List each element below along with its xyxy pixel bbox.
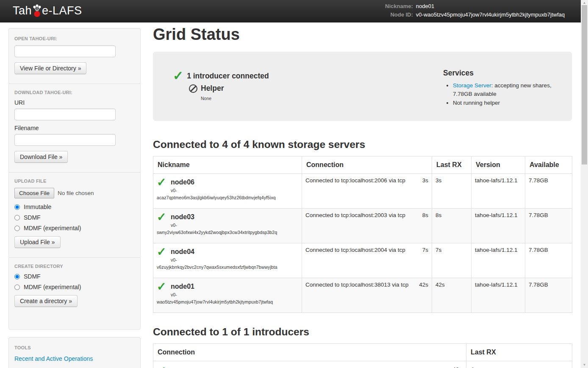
connection-time: 42s [452,366,462,368]
server-nickname: node04 [171,248,194,256]
connection-text: Connected to tcp:localhost:2004 via tcp [305,247,405,253]
format-radio-option[interactable]: SDMF [14,273,135,280]
helper-value: None [201,96,269,101]
sidebar-divider [9,172,140,173]
upload-file-label: UPLOAD FILE [14,178,135,184]
format-radio-option[interactable]: SDMF [14,214,135,221]
col-connection: Connection [302,156,432,174]
introducer-status-text: 1 introducer connected [187,72,269,81]
format-radio-option[interactable]: MDMF (experimental) [14,225,135,231]
server-nodeid: v6zuyjkbrrkqy2bvc2cny7qwax5sxumedsxfzfjw… [157,264,298,270]
server-nodeid: acaz7qptmeo6m3asjlgkb6iwlyuqey53hz26tbdm… [157,195,298,201]
view-file-button[interactable]: View File or Directory » [14,62,86,74]
format-radio-option[interactable]: MDMF (experimental) [14,284,135,290]
format-radio-label: MDMF (experimental) [24,225,81,231]
format-radio-label: SDMF [24,273,41,280]
table-row: ✓ Connected to tcp:localhost:39165 via t… [153,361,572,368]
helper-status-row: Helper [189,84,269,93]
open-uri-input[interactable] [14,45,116,57]
tools-label: TOOLS [14,345,135,350]
server-connected-check-icon: ✓ [157,177,171,187]
nickname-cell: ✓ node06 v0- acaz7qptmeo6m3asjlgkb6iwlyu… [153,174,302,209]
server-nodeid-prefix: v0- [171,187,298,193]
col-available: Available [525,156,572,174]
service-item: Storage Server: accepting new shares, 7.… [453,81,570,98]
format-radio-input[interactable] [14,204,20,210]
format-radio-input[interactable] [14,274,20,279]
grid-status-summary: ✓ 1 introducer connected Helper None Ser… [153,52,572,121]
page-scrollbar[interactable]: ▲ ▼ [581,0,588,368]
sidebar-tools-panel: TOOLS Recent and Active Operations [8,337,141,368]
server-nodeid-prefix: v0- [171,292,298,298]
last-rx-cell: 4s [466,361,572,368]
top-navbar: Tah e-LAFS Nickname: node01 Node ID: v0-… [0,0,581,22]
server-nickname: node01 [171,283,194,290]
col-last-rx: Last RX [466,344,572,361]
server-nodeid: wao5tzv45pmoju47jow7rvl4ukirjm5ytbh2kjty… [157,299,298,305]
storage-table-header-row: Nickname Connection Last RX Version Avai… [153,156,572,174]
col-nickname: Nickname [153,156,302,174]
services-title: Services [443,69,574,78]
sidebar-divider [9,257,140,258]
main-content: Grid Status ✓ 1 introducer connected Hel… [153,23,572,368]
connection-time: 8s [422,212,428,218]
recent-operations-link[interactable]: Recent and Active Operations [14,355,93,362]
service-item: Not running helper [453,99,570,107]
scrollbar-thumb[interactable] [582,5,587,164]
helper-label: Helper [201,84,224,93]
scrollbar-down-arrow[interactable]: ▼ [581,362,588,368]
status-block: ✓ 1 introducer connected Helper None [173,70,269,101]
connection-cell: ✓ Connected to tcp:localhost:39165 via t… [153,361,466,368]
format-radio-option[interactable]: Immutable [14,204,135,210]
choose-file-button[interactable]: Choose File [14,188,54,198]
format-radio-label: SDMF [24,214,41,221]
sidebar-divider [9,84,140,84]
available-cell: 7.78GB [525,174,572,209]
connection-cell: Connected to tcp:localhost:38013 via tcp… [302,278,432,313]
col-version: Version [472,156,525,174]
server-nodeid-prefix: v0- [171,222,298,228]
introducers-table-header-row: Connection Last RX [153,344,572,361]
server-nodeid-prefix: v0- [171,257,298,263]
connection-time: 3s [422,177,428,184]
nickname-cell: ✓ node04 v0- v6zuyjkbrrkqy2bvc2cny7qwax5… [153,243,302,278]
server-nickname: node06 [171,178,194,186]
available-cell: 7.78GB [525,278,572,313]
format-radio-input[interactable] [14,284,20,290]
server-connected-check-icon: ✓ [157,282,171,292]
sidebar-controls-panel: OPEN TAHOE-URI: View File or Directory »… [8,28,141,330]
logo-text-prefix: Tah [13,4,32,17]
storage-servers-heading: Connected to 4 of 4 known storage server… [153,138,572,151]
create-directory-button[interactable]: Create a directory » [14,295,78,307]
page-title: Grid Status [153,25,572,43]
download-file-button[interactable]: Download File » [14,151,68,163]
server-nodeid: swny2viyw63ofxwi4x2yykd2woqjbpx3cw34xtri… [157,229,298,235]
tahoe-lafs-logo: Tah e-LAFS [13,4,82,17]
connection-cell: Connected to tcp:localhost:2003 via tcp … [302,209,432,243]
service-link[interactable]: Storage Server [453,82,491,89]
upload-format-radio-group: Immutable SDMF MDMF (experimental) [14,204,135,231]
last-rx-cell: 8s [432,209,472,243]
mkdir-format-radio-group: SDMF MDMF (experimental) [14,273,135,290]
filename-input[interactable] [14,134,116,146]
format-radio-input[interactable] [14,226,20,231]
format-radio-label: Immutable [24,204,51,210]
download-uri-input[interactable] [14,109,116,120]
connection-time: 42s [419,282,428,288]
table-row: ✓ node03 v0- swny2viyw63ofxwi4x2yykd2woq… [153,209,572,243]
nickname-cell: ✓ node01 v0- wao5tzv45pmoju47jow7rvl4uki… [153,278,302,313]
tahoe-balloons-icon [33,4,42,17]
connected-check-icon: ✓ [173,70,183,81]
introducers-table: Connection Last RX ✓ Connected to tcp:lo… [153,343,572,368]
services-block: Services Storage Server: accepting new s… [443,69,574,108]
services-list: Storage Server: accepting new shares, 7.… [443,81,570,107]
version-cell: tahoe-lafs/1.12.1 [472,174,525,209]
open-tahoe-uri-label: OPEN TAHOE-URI: [14,36,135,41]
logo-text-suffix: e-LAFS [42,4,82,17]
upload-file-button[interactable]: Upload File » [14,236,61,248]
format-radio-input[interactable] [14,215,20,220]
connection-time: 7s [422,247,428,253]
connection-text: Connected to tcp:localhost:2006 via tcp [305,177,405,184]
version-cell: tahoe-lafs/1.12.1 [472,209,525,243]
create-directory-label: CREATE DIRECTORY [14,264,135,269]
